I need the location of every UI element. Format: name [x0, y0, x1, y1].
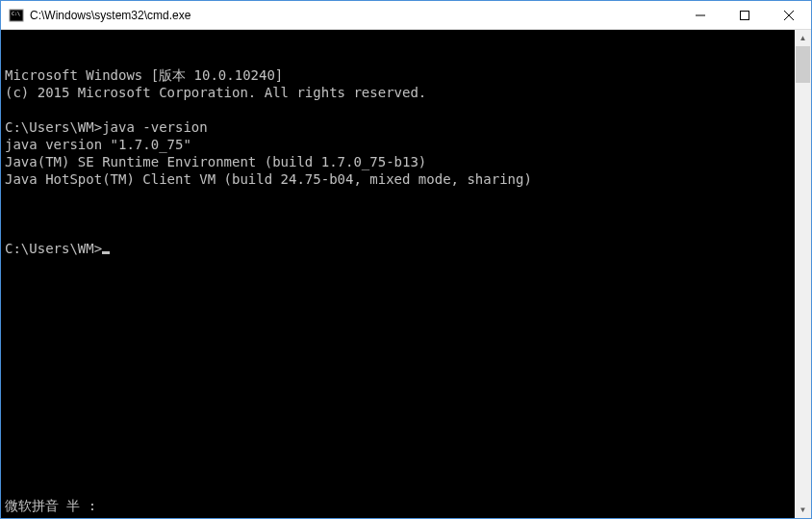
ime-status: 微软拼音 半 :	[5, 497, 96, 514]
terminal-line	[5, 101, 795, 118]
scrollbar: ▲ ▼	[795, 30, 811, 518]
scroll-track[interactable]	[795, 46, 811, 502]
close-button[interactable]	[767, 1, 811, 29]
terminal-line: Microsoft Windows [版本 10.0.10240]	[5, 66, 795, 84]
minimize-button[interactable]	[678, 1, 723, 29]
terminal-container: Microsoft Windows [版本 10.0.10240](c) 201…	[1, 30, 811, 518]
terminal-line: Java HotSpot(TM) Client VM (build 24.75-…	[5, 170, 795, 188]
scroll-up-button[interactable]: ▲	[795, 30, 811, 46]
prompt: C:\Users\WM>	[5, 241, 102, 256]
terminal[interactable]: Microsoft Windows [版本 10.0.10240](c) 201…	[1, 30, 795, 518]
titlebar: C:\ C:\Windows\system32\cmd.exe	[1, 1, 811, 30]
terminal-line: C:\Users\WM>java -version	[5, 118, 795, 136]
terminal-line: Java(TM) SE Runtime Environment (build 1…	[5, 153, 795, 170]
terminal-line	[5, 188, 795, 205]
window-title: C:\Windows\system32\cmd.exe	[30, 9, 678, 22]
terminal-line: java version "1.7.0_75"	[5, 136, 795, 153]
terminal-line: (c) 2015 Microsoft Corporation. All righ…	[5, 84, 795, 101]
cursor	[102, 251, 110, 254]
cmd-icon: C:\	[9, 8, 24, 23]
svg-rect-3	[741, 11, 749, 19]
scroll-down-button[interactable]: ▼	[795, 502, 811, 518]
window-controls	[678, 1, 811, 29]
maximize-button[interactable]	[723, 1, 767, 29]
scroll-thumb[interactable]	[796, 46, 810, 83]
svg-text:C:\: C:\	[12, 11, 20, 16]
